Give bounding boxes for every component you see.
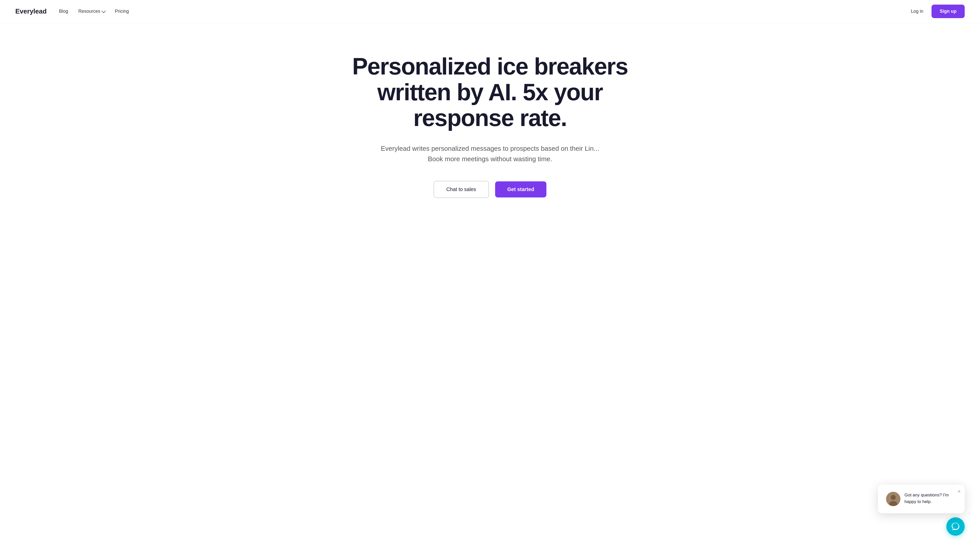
nav-right: Log in Sign up [911,5,965,18]
get-started-button[interactable]: Get started [495,181,547,197]
nav-resources-label: Resources [78,9,100,14]
navbar: Everylead Blog Resources Pricing Log in … [0,0,980,23]
hero-title: Personalized ice breakers written by AI.… [352,54,628,131]
hero-subtitle: Everylead writes personalized messages t… [375,143,605,165]
chat-to-sales-button[interactable]: Chat to sales [434,181,489,198]
signup-button[interactable]: Sign up [932,5,965,18]
nav-links: Blog Resources Pricing [59,9,129,14]
nav-link-pricing[interactable]: Pricing [115,9,129,14]
login-button[interactable]: Log in [911,9,923,14]
nav-link-resources[interactable]: Resources [78,9,105,14]
nav-link-blog[interactable]: Blog [59,9,68,14]
hero-buttons: Chat to sales Get started [434,181,546,198]
chat-widget: Got any questions? I'm happy to help. × [878,485,965,536]
hero-section: Personalized ice breakers written by AI.… [0,23,980,218]
chat-bubble-icon [951,522,960,531]
nav-left: Everylead Blog Resources Pricing [15,7,129,15]
chat-popup: Got any questions? I'm happy to help. × [878,485,965,513]
chat-popup-message: Got any questions? I'm happy to help. [904,492,956,505]
chat-popup-text: Got any questions? I'm happy to help. [904,492,956,505]
hero-title-line3: response rate. [414,105,567,131]
logo[interactable]: Everylead [15,7,47,15]
hero-title-line1: Personalized ice breakers [352,53,628,79]
avatar [886,492,900,506]
svg-point-1 [891,495,896,500]
chat-bubble-button[interactable] [946,517,965,536]
avatar-svg [886,492,900,506]
hero-title-line2: written by AI. 5x your [377,79,603,105]
avatar-image [886,492,900,506]
chat-popup-close-button[interactable]: × [956,488,962,495]
chevron-down-icon [102,9,106,13]
